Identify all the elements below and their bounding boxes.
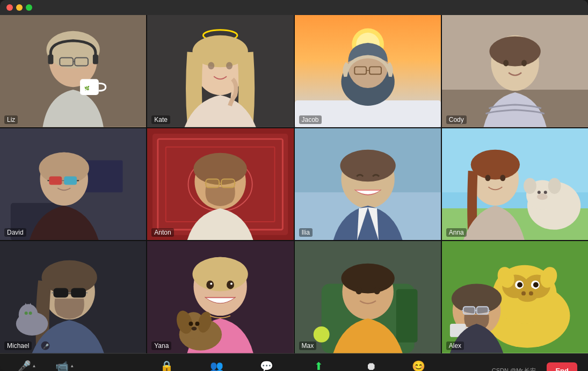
participants-icon: 👥 [210, 361, 223, 371]
video-cell-alex[interactable]: Alex [442, 241, 588, 353]
svg-point-68 [538, 191, 541, 194]
participants-button[interactable]: 👥 Participants [196, 358, 237, 371]
svg-point-69 [544, 191, 547, 194]
svg-point-109 [355, 287, 362, 295]
toolbar-left: 🎤 ▲ Mute 📹 ▲ Stop Video [11, 358, 97, 371]
svg-rect-106 [396, 289, 417, 343]
reactions-icon: 😊 [412, 361, 425, 371]
traffic-lights [6, 4, 32, 11]
svg-rect-38 [49, 176, 62, 185]
svg-point-75 [41, 260, 97, 295]
minimize-button[interactable] [16, 4, 23, 11]
video-cell-jacob[interactable]: Jacob [295, 15, 441, 127]
svg-rect-39 [64, 176, 77, 185]
svg-point-72 [548, 178, 561, 194]
svg-point-96 [230, 283, 233, 285]
svg-point-103 [192, 327, 197, 331]
svg-point-95 [210, 283, 212, 285]
title-bar [0, 0, 588, 15]
svg-text:🌿: 🌿 [84, 85, 90, 91]
video-cell-yana[interactable]: Yana [147, 241, 293, 353]
video-cell-liz[interactable]: 🌿 Liz [0, 15, 146, 127]
svg-text:🎤: 🎤 [43, 343, 49, 350]
video-cell-max[interactable]: Max [295, 241, 441, 353]
svg-point-70 [537, 193, 548, 200]
svg-rect-128 [463, 307, 475, 315]
svg-rect-129 [476, 307, 488, 315]
svg-point-64 [485, 174, 490, 181]
svg-point-14 [193, 35, 248, 68]
video-cell-ilia[interactable]: Ilia [295, 128, 441, 241]
svg-point-93 [207, 281, 214, 289]
svg-point-71 [524, 178, 536, 194]
svg-point-123 [517, 287, 538, 302]
toolbar-right: CSDN @Mr.长安 End [491, 362, 577, 372]
svg-point-94 [227, 281, 234, 289]
security-icon: 🔒 [160, 361, 173, 371]
svg-point-86 [29, 311, 32, 315]
svg-point-110 [374, 287, 380, 295]
video-cell-kate[interactable]: Kate [147, 15, 293, 127]
svg-point-125 [529, 292, 533, 296]
video-cell-anna[interactable]: Anna [442, 128, 588, 241]
end-button[interactable]: End [547, 362, 577, 372]
svg-point-58 [340, 149, 395, 181]
stop-video-button[interactable]: 📹 ▲ Stop Video [45, 358, 85, 371]
video-icon: 📹 [55, 361, 69, 371]
mute-button[interactable]: 🎤 ▲ Mute [11, 358, 43, 371]
participant-name-michael: Michael [4, 341, 32, 350]
mute-arrow-icon: ▲ [32, 363, 37, 368]
svg-point-102 [195, 322, 200, 326]
participant-name-ilia: Ilia [299, 228, 313, 237]
svg-point-111 [313, 326, 329, 343]
video-cell-anton[interactable]: Anton [147, 128, 293, 241]
svg-point-65 [500, 174, 505, 181]
watermark-text: CSDN @Mr.长安 [492, 367, 536, 372]
participant-name-cody: Cody [446, 115, 467, 124]
chat-icon: 💬 [260, 361, 273, 371]
share-screen-icon: ⬆ [314, 361, 323, 371]
participant-name-david: David [4, 228, 26, 237]
video-cell-david[interactable]: David [0, 128, 146, 241]
microphone-icon: 🎤 [18, 361, 31, 371]
participant-name-max: Max [299, 341, 317, 350]
svg-point-121 [517, 282, 522, 288]
svg-point-16 [226, 62, 233, 69]
svg-rect-77 [71, 288, 86, 298]
svg-rect-50 [206, 179, 220, 187]
stop-video-content: 📹 ▲ [55, 361, 74, 371]
reactions-button[interactable]: 😊 Reactions [400, 358, 437, 371]
svg-point-31 [503, 60, 509, 66]
svg-point-15 [208, 62, 215, 69]
toolbar: 🎤 ▲ Mute 📹 ▲ Stop Video 🔒 Security 👥 Par… [0, 353, 588, 371]
svg-rect-76 [53, 288, 68, 298]
svg-rect-51 [221, 179, 235, 187]
participant-name-alex: Alex [446, 341, 464, 350]
svg-rect-7 [48, 55, 53, 64]
chat-button[interactable]: 💬 Chat [250, 358, 282, 371]
svg-point-92 [193, 257, 248, 292]
close-button[interactable] [6, 4, 13, 11]
video-cell-michael[interactable]: 🎤 Michael [0, 241, 146, 353]
security-button[interactable]: 🔒 Security [151, 358, 183, 371]
svg-point-122 [533, 282, 539, 288]
participant-name-jacob: Jacob [299, 115, 322, 124]
toolbar-center: 🔒 Security 👥 Participants 💬 Chat ⬆ Share… [97, 358, 491, 371]
svg-point-49 [194, 152, 247, 185]
record-button[interactable]: ⏺ Record [355, 358, 387, 371]
maximize-button[interactable] [26, 4, 32, 11]
participant-name-anton: Anton [151, 228, 173, 237]
participant-name-anna: Anna [446, 228, 467, 237]
svg-point-124 [521, 292, 526, 296]
video-arrow-icon: ▲ [70, 363, 74, 368]
mute-button-content: 🎤 ▲ [18, 361, 37, 371]
share-screen-button[interactable]: ⬆ Share Screen [295, 358, 342, 371]
video-cell-cody[interactable]: Cody [442, 15, 588, 127]
svg-point-101 [189, 322, 193, 326]
svg-point-63 [470, 149, 519, 179]
svg-point-32 [521, 60, 527, 66]
video-grid: 🌿 Liz Kate [0, 15, 588, 353]
svg-point-30 [489, 37, 540, 67]
svg-rect-8 [93, 55, 98, 64]
participant-name-yana: Yana [151, 341, 171, 350]
